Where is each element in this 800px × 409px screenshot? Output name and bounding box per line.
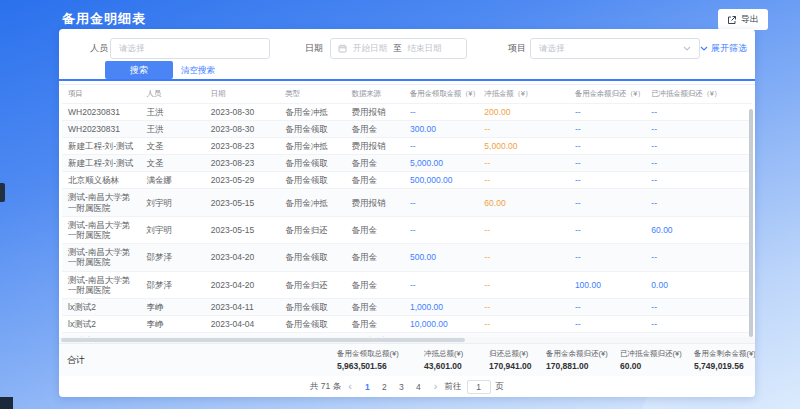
chevron-down-icon [700,46,708,51]
table-viewport: 项目人员日期类型数据来源备用金领取金额（¥）冲抵金额（¥）备用金余额归还（¥）已… [59,84,755,337]
page-number-button[interactable]: 3 [395,382,408,392]
table-cell: -- [569,216,645,243]
table-cell: -- [404,216,478,243]
table-cell: WH20230831 [62,103,140,120]
table-cell: lx测试2 [62,316,140,333]
horizontal-scrollbar-thumb[interactable] [61,338,465,342]
data-table: 项目人员日期类型数据来源备用金领取金额（¥）冲抵金额（¥）备用金余额归还（¥）已… [62,85,752,337]
page-number-button[interactable]: 4 [412,382,425,392]
search-button[interactable]: 搜索 [105,61,173,79]
table-cell: 备用金 [346,298,404,315]
table-cell: 备用金冲抵 [279,137,345,154]
page-number-button[interactable]: 2 [378,382,391,392]
table-cell: -- [478,120,569,137]
page-number-button[interactable]: 1 [361,382,374,392]
table-cell: -- [404,271,478,298]
table-cell: 备用金 [346,244,404,271]
table-row: 测试-南昌大学第一附属医院刘宇明2023-05-15备用金归还备用金------… [62,216,752,243]
table-cell: 1,000.00 [404,298,478,315]
column-header: 备用金领取金额（¥） [404,85,478,103]
table-cell: -- [404,137,478,154]
table-cell: -- [645,103,752,120]
table-cell: -- [404,189,478,216]
column-header: 日期 [205,85,279,103]
table-cell: -- [645,120,752,137]
table-cell: 备用金 [346,172,404,189]
export-button[interactable]: 导出 [718,9,768,30]
expand-filters-link[interactable]: 展开筛选 [700,38,747,59]
project-filter-label: 项目 [508,38,526,59]
date-start-input[interactable]: 开始日期 [353,43,387,55]
person-select[interactable]: 请选择 [110,38,270,59]
filter-bar: 人员 请选择 日期 开始日期 至 结束日期 项目 请选择 展开筛选 [59,29,755,84]
chevron-right-icon[interactable]: › [432,381,440,392]
pagination-total: 共 71 条 [310,381,341,393]
table-cell: 王洪 [140,120,204,137]
table-cell: 2023-04-11 [205,298,279,315]
summary-item: 备用金剩余金额(¥)5,749,019.56 [694,349,755,371]
table-cell: 李峥 [140,298,204,315]
table-cell: 满金娜 [140,172,204,189]
goto-label: 前往 [445,381,462,393]
date-filter-label: 日期 [305,38,323,59]
summary-row: 合计 备用金领取总额(¥)5,963,501.56冲抵总额(¥)43,601.0… [59,343,755,376]
table-cell: 北京顺义杨林 [62,172,140,189]
table-cell: 文圣 [140,155,204,172]
table-cell: 备用金 [346,120,404,137]
table-cell: 备用金领取 [279,244,345,271]
table-cell: lx测试2 [62,298,140,315]
table-cell: -- [645,155,752,172]
table-cell: -- [645,172,752,189]
goto-page-input[interactable] [467,380,491,394]
expand-filters-label: 展开筛选 [711,42,747,55]
table-cell: -- [569,298,645,315]
summary-item-value: 170,941.00 [489,361,546,371]
vertical-scrollbar[interactable] [749,109,753,337]
goto-unit: 页 [496,381,505,393]
table-cell: 备用金领取 [279,316,345,333]
summary-item-label: 备用金领取总额(¥) [337,349,424,359]
table-cell: 2023-08-23 [205,155,279,172]
table-cell: 5,000.00 [404,155,478,172]
table-cell: 新建工程-刘-测试 [62,155,140,172]
table-cell: -- [478,216,569,243]
table-cell: -- [478,271,569,298]
table-cell: 2023-04-04 [205,316,279,333]
side-panel-handle[interactable] [0,183,5,202]
table-cell: 2023-08-30 [205,103,279,120]
table-cell: 王洪 [140,103,204,120]
table-cell: 李峥 [140,316,204,333]
table-cell: 5,000.00 [478,137,569,154]
chevron-left-icon[interactable]: ‹ [346,381,354,392]
table-cell: 2023-05-15 [205,216,279,243]
export-label: 导出 [741,13,759,26]
table-cell: 测试-南昌大学第一附属医院 [62,189,140,216]
table-cell: -- [478,172,569,189]
table-cell: 新建工程-刘-测试 [62,137,140,154]
table-cell: 2023-05-29 [205,172,279,189]
table-cell: 备用金归还 [279,216,345,243]
table-cell: 备用金冲抵 [279,189,345,216]
table-cell: 刘宇明 [140,189,204,216]
table-cell: -- [645,298,752,315]
table-cell: 测试-南昌大学第一附属医院 [62,244,140,271]
clear-search-link[interactable]: 清空搜索 [181,61,215,79]
summary-item: 备用金余额归还(¥)170,881.00 [546,349,620,371]
column-header: 项目 [62,85,140,103]
table-cell: 0.00 [645,271,752,298]
table-cell: 备用金 [346,316,404,333]
table-cell: 10,000.00 [404,316,478,333]
divider [59,79,755,81]
column-header: 冲抵金额（¥） [478,85,569,103]
table-cell: 备用金领取 [279,172,345,189]
content-card: 人员 请选择 日期 开始日期 至 结束日期 项目 请选择 展开筛选 [59,29,755,397]
project-select[interactable]: 请选择 [530,38,700,59]
table-cell: -- [569,172,645,189]
summary-item: 备用金领取总额(¥)5,963,501.56 [337,349,424,371]
page-number-list: 1234 [359,382,427,392]
summary-item-label: 备用金剩余金额(¥) [694,349,755,359]
table-cell: 2023-08-30 [205,120,279,137]
date-end-input[interactable]: 结束日期 [408,43,442,55]
table-cell: -- [478,298,569,315]
date-range-picker[interactable]: 开始日期 至 结束日期 [330,38,467,59]
